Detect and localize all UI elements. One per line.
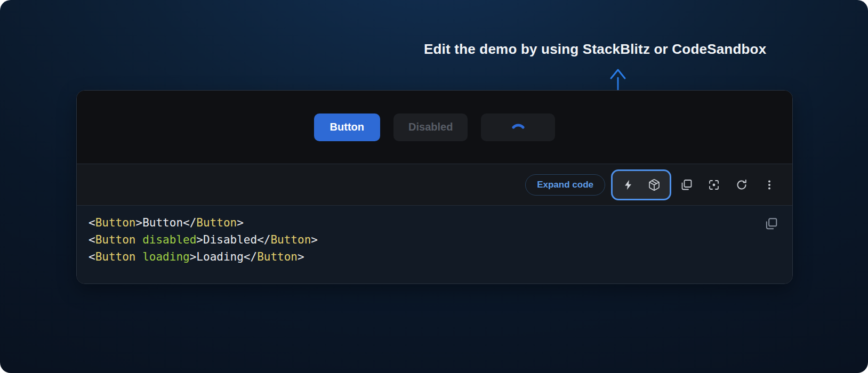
expand-code-button[interactable]: Expand code: [525, 174, 605, 196]
stackblitz-lightning-icon[interactable]: [622, 179, 635, 191]
code-panel: <Button>Button</Button><Button disabled>…: [77, 206, 792, 283]
demo-toolbar: Expand code: [77, 164, 792, 206]
demo-loading-button[interactable]: [481, 113, 555, 141]
codesandbox-box-icon[interactable]: [648, 179, 661, 191]
demo-page-background: Edit the demo by using StackBlitz or Cod…: [0, 0, 868, 373]
code-line: <Button>Button</Button>: [89, 214, 779, 231]
demo-primary-button[interactable]: Button: [314, 113, 380, 141]
component-demo-card: Button Disabled Expand code: [76, 90, 793, 284]
annotation-text: Edit the demo by using StackBlitz or Cod…: [424, 41, 766, 58]
code-line: <Button loading>Loading</Button>: [89, 248, 779, 265]
edit-demo-icon-group: [611, 169, 671, 200]
refresh-icon[interactable]: [735, 179, 748, 191]
code-block: <Button>Button</Button><Button disabled>…: [89, 214, 779, 265]
demo-preview-area: Button Disabled: [77, 91, 792, 164]
more-menu-icon[interactable]: [763, 179, 776, 191]
code-line: <Button disabled>Disabled</Button>: [89, 231, 779, 248]
demo-disabled-button[interactable]: Disabled: [393, 113, 468, 141]
copy-demo-icon[interactable]: [680, 179, 693, 191]
isolate-demo-icon[interactable]: [708, 179, 720, 191]
copy-code-icon[interactable]: [763, 216, 778, 231]
loading-spinner-icon: [510, 120, 526, 129]
